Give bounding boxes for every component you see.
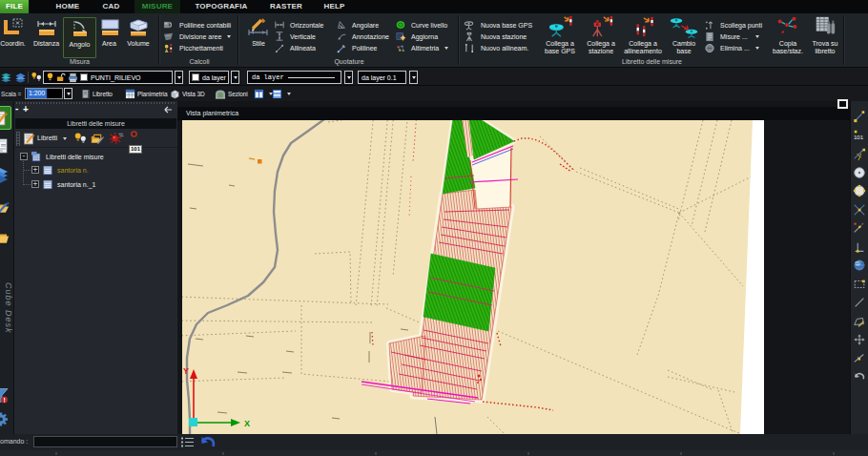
divisione-aree-button[interactable]: Divisione aree [163,31,231,42]
volume-button[interactable]: Volume [122,17,155,48]
area-button[interactable]: Area [96,17,122,48]
layer-select[interactable]: PUNTI_RILIEVO [43,71,173,84]
altimetria-dropdown-icon[interactable] [444,47,448,50]
layer-unlock-icon[interactable] [56,73,66,82]
filter-tool-button[interactable] [0,383,11,407]
bulbs-visibility-icon[interactable] [73,133,88,145]
collega-allineamento-button[interactable]: Collega a allineamento [622,17,664,55]
color-dropdown-button[interactable] [231,71,239,84]
viewport-maximize-button[interactable] [837,99,848,109]
tree-item-santoria[interactable]: + santoria n. [31,163,89,176]
layer-dropdown-button[interactable] [175,71,183,84]
snap-sphere-button[interactable] [853,259,866,272]
snap-nearest-button[interactable] [853,351,866,364]
form-tool-button[interactable] [0,134,11,157]
tree-santoria-1-expander[interactable]: + [31,180,39,188]
libretti-dropdown-icon[interactable] [63,137,67,140]
coordin-button[interactable]: Coordin. [0,17,29,48]
elimina-dropdown-icon[interactable] [755,47,759,50]
panel-dock-left-icon[interactable] [163,106,173,114]
undo-view-button[interactable] [853,370,866,383]
purge-points-icon[interactable] [109,132,124,146]
tree-root-expander[interactable]: - [20,153,28,160]
nuovo-allineamento-button[interactable]: Nuovo allineam. [464,43,532,54]
tab-misure[interactable]: MISURE [134,0,180,13]
polilinee-contabili-button[interactable]: Polilinee contabili [163,19,231,31]
snap-extension-button[interactable] [853,221,866,235]
quota-verticale-button[interactable]: Verticale [275,31,323,42]
curve-livello-button[interactable]: Curve livello [396,19,448,31]
linetype-dropdown-button[interactable] [344,71,353,84]
drawing-viewport[interactable]: Vista planimetrica [177,101,850,434]
nuova-stazione-button[interactable]: Nuova stazione [464,31,532,42]
undo-icon[interactable] [198,435,217,449]
angolo-button[interactable]: Angolo [63,17,96,58]
vista-3d-view-button[interactable]: Vista 3D [170,88,205,99]
collega-base-gps-button[interactable]: Collega a base GPS [542,17,578,55]
planimetria-view-button[interactable]: Planimetria [125,88,167,99]
misure-button[interactable]: Misure ... [704,31,762,42]
panel-expand-button[interactable]: + [23,104,29,114]
scale-dropdown-button[interactable] [64,88,72,99]
drawing-canvas[interactable]: Y X [177,120,850,434]
snap-perpendicular-button[interactable] [853,240,866,254]
scale-input[interactable]: 1:200 [25,88,63,99]
snap-rectangle-button[interactable] [853,278,866,291]
libretto-view-button[interactable]: Libretto [81,88,113,99]
tree-item-santoria-1[interactable]: + santoria n._1 [31,177,95,191]
settings-tool-button[interactable] [0,406,11,430]
distanza-button[interactable]: Distanza [31,17,62,48]
tab-cad[interactable]: CAD [91,0,132,13]
folders-edit-icon[interactable] [91,133,104,145]
libretti-toolbar-label[interactable]: Libretti [37,135,57,141]
tab-file[interactable]: FILE [0,0,29,13]
nuova-base-gps-button[interactable]: Nuova base GPS [464,19,532,31]
collega-stazione-button[interactable]: Collega a stazione [584,17,618,55]
draw-line-button[interactable] [853,296,866,309]
snap-endpoint-button[interactable] [853,110,866,123]
altimetria-button[interactable]: Altimetria [396,43,448,54]
folder-edit-tool-button[interactable] [0,194,11,219]
layers-blue-icon[interactable] [14,72,27,83]
quota-angolare-button[interactable]: Angolare [337,19,389,31]
tab-home[interactable]: HOME [45,0,91,13]
scollega-punti-button[interactable]: Scollega punti [704,19,762,31]
divisione-aree-dropdown-icon[interactable] [227,35,231,38]
quota-annotazione-button[interactable]: Annotazione [337,31,389,42]
command-input[interactable] [33,436,177,447]
layer-on-bulb-icon[interactable] [46,73,54,83]
snap-center-button[interactable] [853,166,866,179]
layer-color-swatch[interactable] [80,73,88,81]
trova-su-libretto-button[interactable]: Trova su libretto [809,17,841,55]
picchettamenti-button[interactable]: Picchettamenti [163,43,231,54]
rows-dropdown-icon[interactable] [287,93,291,95]
cambio-base-button[interactable]: Cambio base [669,17,699,55]
tab-help[interactable]: HELP [313,0,356,13]
stile-button[interactable]: Stile [245,17,272,48]
layers-tool-button[interactable] [0,162,11,189]
edit-polygon-button[interactable] [853,315,866,328]
folder-tool-button[interactable] [0,224,11,250]
show-101-button[interactable]: 101 [129,131,142,155]
libretti-notebook-icon[interactable] [23,132,35,146]
tab-raster[interactable]: RASTER [259,0,313,13]
copia-base-staz-button[interactable]: Copia base/staz. [772,17,804,55]
snap-quadrant-button[interactable] [853,184,866,197]
lineweight-select[interactable]: da layer 0.1 [358,71,406,84]
rows-view-button[interactable] [272,88,291,99]
aggiorna-button[interactable]: Aggiorna [396,31,448,42]
tree-root-row[interactable]: - Libretti delle misure [20,150,104,163]
layer-plot-icon[interactable] [68,73,78,83]
panel-collapse-button[interactable]: - [15,103,18,114]
layer-visibility-icon[interactable] [31,72,43,83]
color-select[interactable]: da layer [189,71,229,84]
move-button[interactable] [853,333,866,346]
linetype-select[interactable]: da layer [247,71,341,84]
elimina-button[interactable]: Elimina ... [704,43,762,54]
quota-polilinee-button[interactable]: Polilinee [337,43,389,54]
quota-allineata-button[interactable]: Allineata [275,43,323,54]
snap-midpoint-button[interactable] [853,147,866,160]
quota-orizzontale-button[interactable]: Orizzontale [275,19,323,31]
columns-view-button[interactable] [254,88,273,99]
misure-dropdown-icon[interactable] [755,35,759,38]
